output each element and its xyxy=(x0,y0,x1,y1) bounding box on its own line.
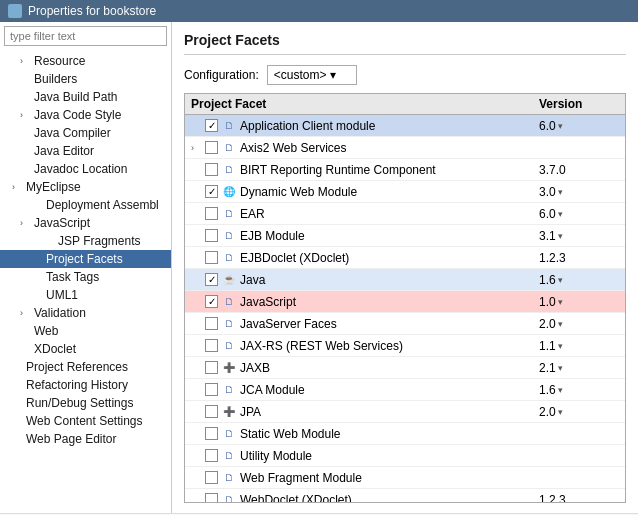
facet-checkbox[interactable] xyxy=(205,427,218,440)
facet-checkbox[interactable] xyxy=(205,493,218,503)
facet-icon: 🗋 xyxy=(222,493,236,504)
config-dropdown[interactable]: <custom> ▾ xyxy=(267,65,358,85)
version-dropdown-icon[interactable]: ▾ xyxy=(558,363,563,373)
sidebar-item-web[interactable]: Web xyxy=(0,322,171,340)
sidebar-item-java-compiler[interactable]: Java Compiler xyxy=(0,124,171,142)
facet-row-birt[interactable]: 🗋BIRT Reporting Runtime Component3.7.0 xyxy=(185,159,625,181)
facet-col: ➕JPA xyxy=(191,405,539,419)
version-dropdown-icon[interactable]: ▾ xyxy=(558,407,563,417)
facet-row-jpa[interactable]: ➕JPA2.0 ▾ xyxy=(185,401,625,423)
facet-checkbox[interactable] xyxy=(205,163,218,176)
version-col: 3.7.0 xyxy=(539,163,619,177)
sidebar-item-java-code-style[interactable]: ›Java Code Style xyxy=(0,106,171,124)
facet-name: EJBDoclet (XDoclet) xyxy=(240,251,349,265)
sidebar-item-label: Java Build Path xyxy=(34,90,117,104)
sidebar-item-web-page-editor[interactable]: Web Page Editor xyxy=(0,430,171,448)
facet-checkbox[interactable] xyxy=(205,229,218,242)
facet-col: 🗋WebDoclet (XDoclet) xyxy=(191,493,539,504)
sidebar-item-javadoc-location[interactable]: Javadoc Location xyxy=(0,160,171,178)
facet-checkbox[interactable] xyxy=(205,383,218,396)
sidebar-item-xdoclet[interactable]: XDoclet xyxy=(0,340,171,358)
version-col: 2.0 ▾ xyxy=(539,405,619,419)
sidebar-item-myeclipse[interactable]: ›MyEclipse xyxy=(0,178,171,196)
facet-checkbox[interactable]: ✓ xyxy=(205,185,218,198)
sidebar-item-java-build-path[interactable]: Java Build Path xyxy=(0,88,171,106)
filter-input[interactable] xyxy=(4,26,167,46)
version-col: 1.6 ▾ xyxy=(539,273,619,287)
facet-row-utility[interactable]: 🗋Utility Module xyxy=(185,445,625,467)
sidebar-item-refactoring-history[interactable]: Refactoring History xyxy=(0,376,171,394)
version-text: 2.0 xyxy=(539,405,556,419)
facet-row-web-fragment[interactable]: 🗋Web Fragment Module xyxy=(185,467,625,489)
facet-row-webdoclet[interactable]: 🗋WebDoclet (XDoclet)1.2.3 xyxy=(185,489,625,503)
sidebar-item-resource[interactable]: ›Resource xyxy=(0,52,171,70)
facet-row-java[interactable]: ✓☕Java1.6 ▾ xyxy=(185,269,625,291)
content-panel: Project Facets Configuration: <custom> ▾… xyxy=(172,22,638,513)
sidebar-item-run-debug-settings[interactable]: Run/Debug Settings xyxy=(0,394,171,412)
facet-checkbox[interactable] xyxy=(205,141,218,154)
facets-header: Project Facet Version xyxy=(185,94,625,115)
sidebar-item-label: Refactoring History xyxy=(26,378,128,392)
version-col: 1.1 ▾ xyxy=(539,339,619,353)
facet-row-axis2[interactable]: ›🗋Axis2 Web Services xyxy=(185,137,625,159)
facet-row-jaxb[interactable]: ➕JAXB2.1 ▾ xyxy=(185,357,625,379)
version-dropdown-icon[interactable]: ▾ xyxy=(558,209,563,219)
facet-checkbox[interactable]: ✓ xyxy=(205,273,218,286)
version-dropdown-icon[interactable]: ▾ xyxy=(558,121,563,131)
facet-row-javascript[interactable]: ✓🗋JavaScript1.0 ▾ xyxy=(185,291,625,313)
sidebar-item-project-facets[interactable]: Project Facets xyxy=(0,250,171,268)
facet-checkbox[interactable]: ✓ xyxy=(205,295,218,308)
facet-checkbox[interactable] xyxy=(205,317,218,330)
facet-col: ›🗋Axis2 Web Services xyxy=(191,141,539,155)
sidebar-list: ›ResourceBuildersJava Build Path›Java Co… xyxy=(0,50,171,513)
facet-checkbox[interactable] xyxy=(205,339,218,352)
facet-row-jca[interactable]: 🗋JCA Module1.6 ▾ xyxy=(185,379,625,401)
version-dropdown-icon[interactable]: ▾ xyxy=(558,341,563,351)
facet-col: 🗋JAX-RS (REST Web Services) xyxy=(191,339,539,353)
facet-checkbox[interactable] xyxy=(205,251,218,264)
facet-icon: 🗋 xyxy=(222,207,236,221)
facet-checkbox[interactable] xyxy=(205,449,218,462)
version-dropdown-icon[interactable]: ▾ xyxy=(558,187,563,197)
facet-row-app-client[interactable]: ✓🗋Application Client module6.0 ▾ xyxy=(185,115,625,137)
sidebar-item-validation[interactable]: ›Validation xyxy=(0,304,171,322)
sidebar-item-web-content-settings[interactable]: Web Content Settings xyxy=(0,412,171,430)
version-dropdown-icon[interactable]: ▾ xyxy=(558,385,563,395)
facet-row-jsf[interactable]: 🗋JavaServer Faces2.0 ▾ xyxy=(185,313,625,335)
config-row: Configuration: <custom> ▾ xyxy=(184,65,626,85)
version-col: 6.0 ▾ xyxy=(539,119,619,133)
facet-row-ejb[interactable]: 🗋EJB Module3.1 ▾ xyxy=(185,225,625,247)
sidebar-item-uml1[interactable]: UML1 xyxy=(0,286,171,304)
version-text: 6.0 xyxy=(539,207,556,221)
version-dropdown-icon[interactable]: ▾ xyxy=(558,275,563,285)
facet-icon: 🗋 xyxy=(222,251,236,265)
facet-col: 🗋EAR xyxy=(191,207,539,221)
sidebar-item-project-references[interactable]: Project References xyxy=(0,358,171,376)
facet-checkbox[interactable] xyxy=(205,361,218,374)
sidebar-item-javascript[interactable]: ›JavaScript xyxy=(0,214,171,232)
facet-checkbox[interactable] xyxy=(205,471,218,484)
facet-row-jax-rs[interactable]: 🗋JAX-RS (REST Web Services)1.1 ▾ xyxy=(185,335,625,357)
facet-name: BIRT Reporting Runtime Component xyxy=(240,163,436,177)
facet-row-ear[interactable]: 🗋EAR6.0 ▾ xyxy=(185,203,625,225)
version-dropdown-icon[interactable]: ▾ xyxy=(558,319,563,329)
facet-checkbox[interactable] xyxy=(205,207,218,220)
facet-row-dynamic-web[interactable]: ✓🌐Dynamic Web Module3.0 ▾ xyxy=(185,181,625,203)
facet-row-static-web[interactable]: 🗋Static Web Module xyxy=(185,423,625,445)
facets-table: Project Facet Version ✓🗋Application Clie… xyxy=(184,93,626,503)
facet-name: Utility Module xyxy=(240,449,312,463)
sidebar-item-jsp-fragments[interactable]: JSP Fragments xyxy=(0,232,171,250)
sidebar-item-label: Javadoc Location xyxy=(34,162,127,176)
version-dropdown-icon[interactable]: ▾ xyxy=(558,297,563,307)
facet-col: ✓🗋Application Client module xyxy=(191,119,539,133)
sidebar-item-task-tags[interactable]: Task Tags xyxy=(0,268,171,286)
facet-checkbox[interactable]: ✓ xyxy=(205,119,218,132)
facet-col: 🗋EJBDoclet (XDoclet) xyxy=(191,251,539,265)
facet-checkbox[interactable] xyxy=(205,405,218,418)
version-dropdown-icon[interactable]: ▾ xyxy=(558,231,563,241)
sidebar-item-deployment-assembl[interactable]: Deployment Assembl xyxy=(0,196,171,214)
sidebar-item-java-editor[interactable]: Java Editor xyxy=(0,142,171,160)
facet-row-ejbdoclet[interactable]: 🗋EJBDoclet (XDoclet)1.2.3 xyxy=(185,247,625,269)
sidebar-item-builders[interactable]: Builders xyxy=(0,70,171,88)
facet-icon: 🗋 xyxy=(222,119,236,133)
